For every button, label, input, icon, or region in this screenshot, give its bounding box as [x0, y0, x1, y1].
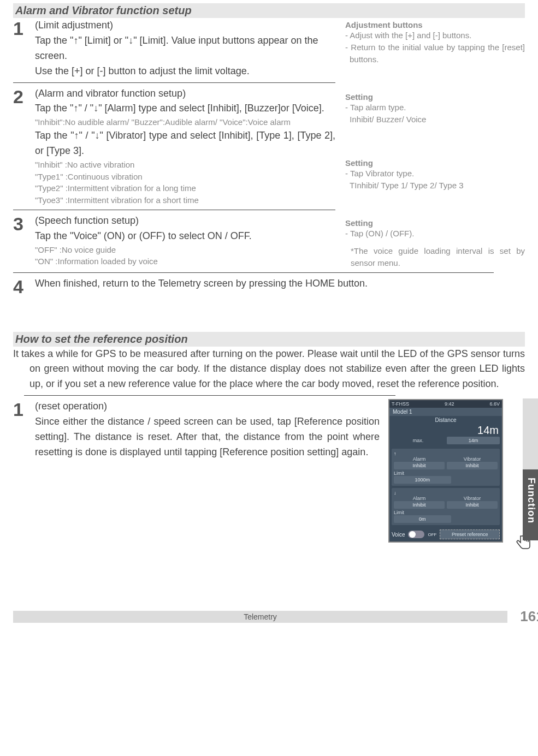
- section2-title: How to set the reference position: [13, 332, 525, 347]
- dev-vibrator-label-down: Vibrator: [447, 496, 498, 501]
- section2-intro: It takes a while for GPS to be measured …: [13, 347, 525, 392]
- side-b1-l2: - Return to the initial value by tapping…: [345, 41, 525, 66]
- dev-time: 9:42: [445, 401, 454, 407]
- dev-distance-value: 14m: [389, 424, 502, 437]
- dev-vibrator-label-up: Vibrator: [447, 456, 498, 462]
- side-b3-l1: - Tap Vibrator type.: [345, 168, 525, 180]
- step2-note2c: "Type2" :Intermittent vibration for a lo…: [35, 182, 335, 194]
- section1-side: Adjustment buttons - Adjust with the [+]…: [345, 18, 525, 269]
- side-b2-l1: - Tap alarm type.: [345, 102, 525, 114]
- side-b2-l2: Inhibit/ Buzzer/ Voice: [345, 114, 525, 126]
- step3-note1: "OFF" :No voice guide: [35, 244, 335, 256]
- step1-subtitle: (Limit adjustment): [35, 18, 335, 33]
- step3-line1: Tap the "Voice" (ON) or (OFF) to select …: [35, 229, 335, 244]
- dev-preset-reference[interactable]: Preset reference: [440, 529, 500, 539]
- sec2-step1-num: 1: [13, 400, 35, 419]
- dev-max-value[interactable]: 14m: [447, 437, 500, 444]
- dev-limit-up[interactable]: 1000m: [394, 476, 451, 484]
- step1-line1: Tap the "↑" [Limit] or "↓" [Limit]. Valu…: [35, 33, 335, 64]
- dev-alarm-label-up: Alarm: [394, 456, 445, 462]
- step1-num: 1: [13, 19, 35, 38]
- side-b1-head: Adjustment buttons: [345, 20, 525, 29]
- dev-max-label: max.: [392, 438, 445, 443]
- step3-num: 3: [13, 215, 35, 233]
- step2-note2d: "Tyoe3" :Intermittent vibration for a sh…: [35, 194, 335, 206]
- dev-alarm-label-down: Alarm: [394, 496, 445, 501]
- step2-subtitle: (Alarm and vibrator function setup): [35, 86, 335, 102]
- dev-voice-toggle[interactable]: [408, 531, 424, 538]
- side-b3-l2: TInhibit/ Type 1/ Type 2/ Type 3: [345, 180, 525, 192]
- dev-limit-label-down: Limit: [394, 510, 498, 515]
- step2-line2: Tap the "↑" / "↓" [Vibrator] type and se…: [35, 128, 335, 159]
- dev-model: Model 1: [389, 408, 502, 416]
- section1-title: Alarm and Vibrator function setup: [13, 3, 525, 18]
- step3-subtitle: (Speech function setup): [35, 213, 335, 229]
- dev-limit-label-up: Limit: [394, 471, 498, 476]
- dev-batt: 6.6V: [489, 401, 500, 407]
- side-b2-head: Setting: [345, 92, 525, 102]
- dev-vibrator-up[interactable]: Inhibit: [447, 462, 498, 469]
- step2-num: 2: [13, 87, 35, 106]
- side-b4-note: *The voice guide loading interval is set…: [345, 245, 525, 269]
- step4-line1: When finished, return to the Telemetry s…: [35, 276, 525, 291]
- dev-radio: T-FHSS: [392, 401, 409, 407]
- section1-main: 1 (Limit adjustment) Tap the "↑" [Limit]…: [13, 18, 335, 269]
- dev-alarm-down[interactable]: Inhibit: [394, 501, 445, 509]
- step2-note1: "Inhibit":No audible alarm/ "Buzzer":Aud…: [35, 116, 335, 128]
- step4-num: 4: [13, 277, 35, 296]
- dev-distance-label: Distance: [389, 416, 502, 424]
- side-b3-head: Setting: [345, 158, 525, 168]
- step2-note2a: "Inhibit" :No active vibration: [35, 159, 335, 171]
- step3-note2: "ON" :Information loaded by voice: [35, 255, 335, 267]
- dev-voice-label: Voice: [392, 532, 405, 538]
- page-number: 161: [513, 608, 538, 625]
- step2-line1: Tap the "↑" / "↓" [Alarm] type and selec…: [35, 101, 335, 116]
- dev-alarm-up[interactable]: Inhibit: [394, 462, 445, 469]
- sec2-step1-line1: Since either the distance / speed screen…: [35, 414, 380, 460]
- device-screenshot: T-FHSS 9:42 6.6V Model 1 Distance 14m ma…: [388, 399, 525, 543]
- side-b4-head: Setting: [345, 218, 525, 228]
- dev-limit-down[interactable]: 0m: [394, 515, 451, 523]
- sec2-step1-subtitle: (reset operation): [35, 399, 380, 414]
- step2-note2b: "Type1" :Continuous vibration: [35, 171, 335, 183]
- step1-line2: Use the [+] or [-] button to adjust the …: [35, 64, 335, 79]
- side-b4-l1: - Tap (ON) / (OFF).: [345, 228, 525, 240]
- footer-label: Telemetry: [13, 611, 507, 623]
- dev-voice-state: OFF: [428, 532, 436, 537]
- side-b1-l1: - Adjust with the [+] and [-] buttons.: [345, 29, 525, 41]
- side-tab-label: Function: [525, 478, 537, 523]
- dev-vibrator-down[interactable]: Inhibit: [447, 501, 498, 509]
